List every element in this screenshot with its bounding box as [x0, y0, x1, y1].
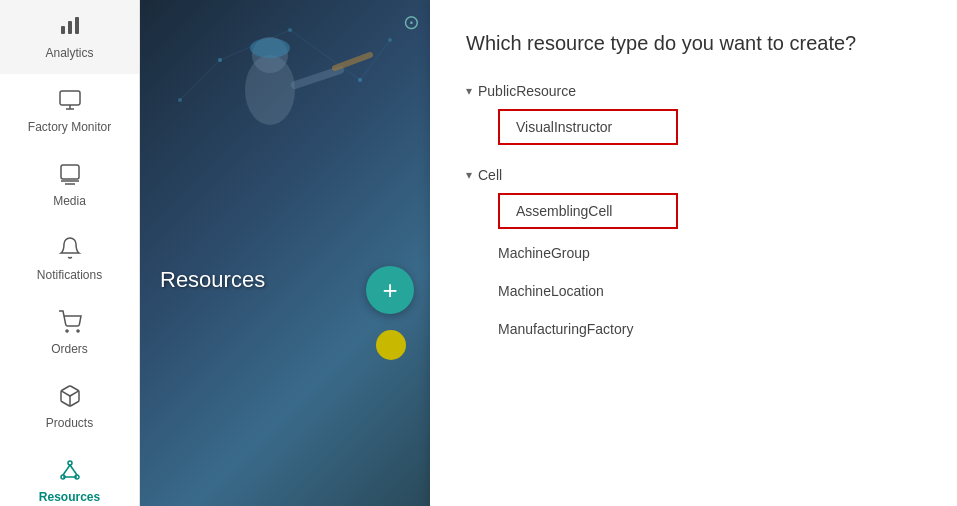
group-name-public: PublicResource [478, 83, 576, 99]
resource-group-public: ▾ PublicResource VisualInstructor [466, 83, 921, 151]
chevron-down-icon-cell: ▾ [466, 168, 472, 182]
sidebar-item-analytics-label: Analytics [45, 46, 93, 60]
orders-icon [58, 310, 82, 338]
resources-hero: ⊙ Resources + [140, 0, 430, 506]
svg-rect-1 [68, 21, 72, 34]
sidebar-item-factory-monitor[interactable]: Factory Monitor [0, 74, 139, 148]
analytics-icon [58, 14, 82, 42]
group-name-cell: Cell [478, 167, 502, 183]
notifications-icon [58, 236, 82, 264]
resource-item-assembling-cell[interactable]: AssemblingCell [498, 193, 678, 229]
sidebar-item-notifications-label: Notifications [37, 268, 102, 282]
dialog-title: Which resource type do you want to creat… [466, 32, 921, 55]
svg-rect-2 [75, 17, 79, 34]
sidebar-item-notifications[interactable]: Notifications [0, 222, 139, 296]
hero-background: ⊙ [140, 0, 430, 506]
sidebar-item-resources-label: Resources [39, 490, 100, 504]
sidebar-item-media-label: Media [53, 194, 86, 208]
products-icon [58, 384, 82, 412]
svg-line-31 [335, 55, 370, 68]
sidebar: Analytics Factory Monitor Media [0, 0, 140, 506]
svg-rect-3 [60, 91, 80, 105]
sidebar-item-media[interactable]: Media [0, 148, 139, 222]
add-icon: + [382, 277, 397, 303]
sidebar-item-products-label: Products [46, 416, 93, 430]
add-resource-fab[interactable]: + [366, 266, 414, 314]
sidebar-item-resources[interactable]: Resources [0, 444, 139, 506]
group-header-cell[interactable]: ▾ Cell [466, 167, 921, 183]
svg-line-26 [180, 60, 220, 100]
sidebar-item-orders-label: Orders [51, 342, 88, 356]
resource-group-cell: ▾ Cell AssemblingCell MachineGroup Machi… [466, 167, 921, 345]
resources-icon [58, 458, 82, 486]
sidebar-item-products[interactable]: Products [0, 370, 139, 444]
group-header-public[interactable]: ▾ PublicResource [466, 83, 921, 99]
svg-point-12 [68, 461, 72, 465]
factory-monitor-icon [58, 88, 82, 116]
resource-item-manufacturing-factory[interactable]: ManufacturingFactory [498, 313, 921, 345]
sidebar-item-factory-monitor-label: Factory Monitor [28, 120, 111, 134]
sidebar-item-analytics[interactable]: Analytics [0, 0, 139, 74]
svg-point-10 [77, 330, 79, 332]
resource-item-machine-group[interactable]: MachineGroup [498, 237, 921, 269]
main-content: ⊙ Resources + Which resource type do you… [140, 0, 430, 506]
resource-item-machine-location[interactable]: MachineLocation [498, 275, 921, 307]
svg-line-30 [295, 70, 340, 85]
svg-line-15 [63, 465, 70, 475]
hero-decoration-circle [376, 330, 406, 360]
sidebar-item-orders[interactable]: Orders [0, 296, 139, 370]
svg-rect-6 [61, 165, 79, 179]
resource-type-dialog: Which resource type do you want to creat… [430, 0, 957, 506]
hero-title: Resources [160, 267, 265, 293]
media-icon [58, 162, 82, 190]
svg-point-9 [66, 330, 68, 332]
svg-line-16 [70, 465, 77, 475]
chevron-down-icon-public: ▾ [466, 84, 472, 98]
resource-item-visual-instructor[interactable]: VisualInstructor [498, 109, 678, 145]
svg-rect-0 [61, 26, 65, 34]
svg-point-29 [250, 38, 290, 58]
